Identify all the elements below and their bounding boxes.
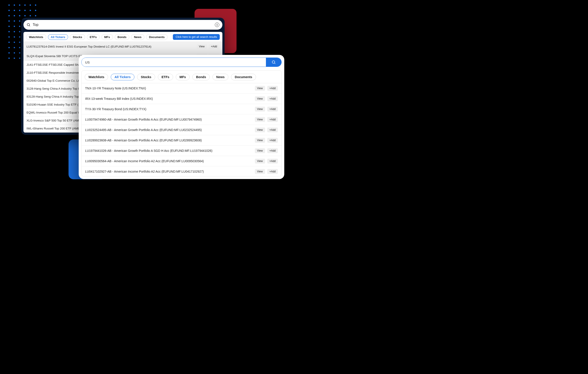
- result-label: TYX-30-YR Treasury Bond (US:INDEX:TYX): [85, 107, 253, 111]
- filter-tab[interactable]: Bonds: [115, 34, 129, 40]
- filter-tabs: WatchlistsAll TickersStocksETFsMFsBondsN…: [82, 71, 281, 83]
- view-button[interactable]: View: [255, 159, 265, 164]
- filter-tab[interactable]: Watchlists: [85, 74, 108, 80]
- filter-tab[interactable]: Bonds: [192, 74, 210, 80]
- view-button[interactable]: View: [255, 148, 265, 153]
- result-row[interactable]: LU0232524495-AB - American Growth Portfo…: [82, 125, 281, 135]
- add-button[interactable]: +Add: [267, 127, 278, 132]
- result-row[interactable]: LU0289923608-AB - American Growth Portfo…: [82, 135, 281, 146]
- search-input[interactable]: [33, 23, 213, 27]
- view-button[interactable]: View: [255, 117, 265, 122]
- add-button[interactable]: +Add: [267, 96, 278, 101]
- result-label: LU0417102927-AB - American Income Portfo…: [85, 170, 253, 173]
- filter-tabs: WatchlistsAll TickersStocksETFsMFsBondsN…: [23, 32, 222, 42]
- result-list: TNX-10-YR Treasury Note (US:INDEX:TNX)Vi…: [82, 83, 281, 176]
- filter-tab[interactable]: ETFs: [87, 34, 100, 40]
- view-button[interactable]: View: [255, 169, 265, 174]
- result-row[interactable]: TNX-10-YR Treasury Note (US:INDEX:TNX)Vi…: [82, 83, 281, 94]
- result-label: LU0079474960-AB - American Growth Portfo…: [85, 118, 253, 121]
- svg-line-3: [274, 63, 275, 64]
- add-button[interactable]: +Add: [267, 148, 278, 153]
- add-button[interactable]: +Add: [267, 86, 278, 91]
- view-button[interactable]: View: [197, 44, 207, 49]
- search-bar[interactable]: [81, 57, 282, 67]
- search-icon: [27, 23, 31, 27]
- filter-tab[interactable]: News: [131, 34, 144, 40]
- filter-tab[interactable]: All Tickers: [111, 74, 134, 80]
- result-row[interactable]: LU1979441026-AB - American Growth Portfo…: [82, 146, 281, 156]
- result-row[interactable]: LU0417102927-AB - American Income Portfo…: [82, 166, 281, 176]
- search-input[interactable]: [82, 58, 266, 67]
- filter-tab[interactable]: MFs: [102, 34, 113, 40]
- search-panel-front: WatchlistsAll TickersStocksETFsMFsBondsN…: [79, 55, 284, 179]
- result-label: LU0289923608-AB - American Growth Portfo…: [85, 139, 253, 142]
- result-label: LU1979441026-AB - American Growth Portfo…: [85, 149, 253, 153]
- result-row[interactable]: LU0079474960-AB - American Growth Portfo…: [82, 114, 281, 125]
- filter-tab[interactable]: All Tickers: [48, 34, 68, 40]
- result-label: IRX-13-week Treasury Bill Index (US:INDE…: [85, 97, 253, 100]
- view-button[interactable]: View: [255, 127, 265, 132]
- search-icon: [272, 60, 276, 64]
- result-row[interactable]: IRX-13-week Treasury Bill Index (US:INDE…: [82, 94, 281, 104]
- filter-tab[interactable]: ETFs: [158, 74, 173, 80]
- add-button[interactable]: +Add: [267, 107, 278, 111]
- svg-point-2: [272, 61, 275, 63]
- result-label: LU0095030564-AB - American Income Portfo…: [85, 159, 253, 163]
- filter-tab[interactable]: Documents: [146, 34, 168, 40]
- info-icon[interactable]: i: [215, 22, 219, 27]
- filter-tab[interactable]: Watchlists: [26, 34, 46, 40]
- view-button[interactable]: View: [255, 107, 265, 111]
- add-button[interactable]: +Add: [267, 169, 278, 174]
- search-bar[interactable]: i: [23, 20, 222, 30]
- add-button[interactable]: +Add: [267, 117, 278, 122]
- search-button[interactable]: [266, 58, 281, 67]
- result-label: TNX-10-YR Treasury Note (US:INDEX:TNX): [85, 87, 253, 90]
- view-button[interactable]: View: [255, 96, 265, 101]
- result-row[interactable]: LU0781237614-DWS Invest II ESG European …: [23, 42, 222, 51]
- result-label: LU0781237614-DWS Invest II ESG European …: [27, 45, 195, 48]
- add-button[interactable]: +Add: [209, 44, 219, 49]
- svg-point-0: [27, 23, 30, 26]
- result-label: LU0232524495-AB - American Growth Portfo…: [85, 128, 253, 132]
- result-row[interactable]: LU0095030564-AB - American Income Portfo…: [82, 156, 281, 166]
- filter-tab[interactable]: Stocks: [137, 74, 155, 80]
- svg-line-1: [29, 25, 30, 26]
- view-button[interactable]: View: [255, 86, 265, 91]
- filter-tab[interactable]: Stocks: [70, 34, 85, 40]
- get-all-results-button[interactable]: Click here to get all search results: [173, 34, 220, 40]
- view-button[interactable]: View: [255, 138, 265, 143]
- add-button[interactable]: +Add: [267, 138, 278, 143]
- filter-tab[interactable]: Documents: [231, 74, 256, 80]
- add-button[interactable]: +Add: [267, 159, 278, 164]
- result-row[interactable]: TYX-30-YR Treasury Bond (US:INDEX:TYX)Vi…: [82, 104, 281, 114]
- search-results-dropdown: WatchlistsAll TickersStocksETFsMFsBondsN…: [81, 70, 282, 176]
- filter-tab[interactable]: News: [212, 74, 228, 80]
- filter-tab[interactable]: MFs: [176, 74, 190, 80]
